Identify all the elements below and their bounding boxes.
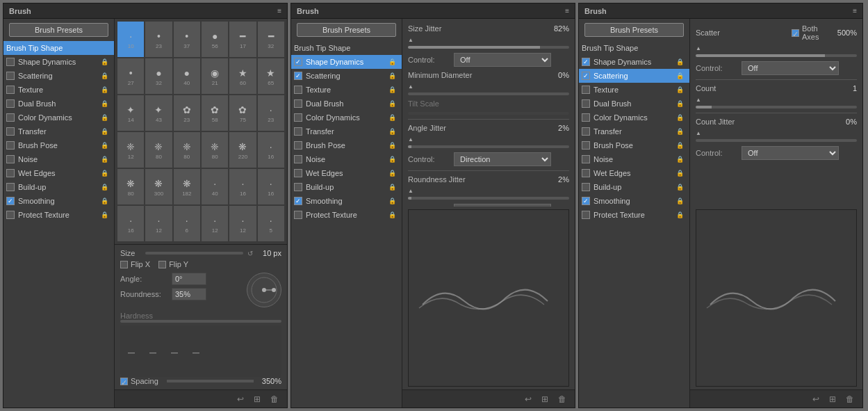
brush-cell-14[interactable]: ✿23	[174, 95, 200, 131]
flip-x-label[interactable]: Flip X	[120, 260, 150, 268]
p3-sidebar-item-shape-dynamics[interactable]: ✓ Shape Dynamics 🔒	[579, 55, 689, 69]
scatter-control-select[interactable]: Off Fade	[742, 61, 839, 75]
p2-sidebar-item-shape-dynamics[interactable]: ✓ Shape Dynamics 🔒	[291, 55, 402, 69]
p2-protect-texture-checkbox[interactable]	[294, 211, 302, 219]
p3-texture-checkbox[interactable]	[582, 86, 590, 94]
brush-cell-8[interactable]: ●40	[174, 58, 200, 94]
p2-noise-checkbox[interactable]	[294, 155, 302, 163]
size-jitter-slider[interactable]	[408, 46, 569, 49]
p3-dual-brush-checkbox[interactable]	[582, 99, 590, 108]
p2-scattering-checkbox[interactable]: ✓	[294, 72, 302, 80]
brush-cell-19[interactable]: ❈80	[145, 132, 172, 168]
brush-cell-17[interactable]: ·23	[258, 95, 284, 131]
brush-cell-22[interactable]: ❋220	[229, 132, 256, 168]
transfer-checkbox[interactable]	[6, 127, 15, 136]
smoothing-checkbox[interactable]: ✓	[6, 197, 15, 205]
count-jitter-slider[interactable]	[696, 139, 857, 142]
brush-cell-1[interactable]: •23	[145, 22, 172, 57]
angle-input[interactable]	[172, 273, 206, 285]
p3-noise-checkbox[interactable]	[582, 155, 590, 163]
p2-shape-dynamics-checkbox[interactable]: ✓	[294, 58, 302, 66]
panel2-menu-icon[interactable]: ≡	[565, 7, 569, 15]
sidebar-item-wet-edges[interactable]: Wet Edges 🔒	[3, 166, 114, 180]
p3-sidebar-item-dual-brush[interactable]: Dual Brush 🔒	[579, 97, 689, 111]
count-slider[interactable]	[696, 106, 857, 108]
p2-sidebar-item-buildup[interactable]: Build-up 🔒	[291, 180, 402, 194]
p2-sidebar-item-protect-texture[interactable]: Protect Texture 🔒	[291, 208, 402, 222]
brush-cell-33[interactable]: ·12	[202, 206, 228, 241]
p3-sidebar-item-protect-texture[interactable]: Protect Texture 🔒	[579, 208, 689, 222]
brush-cell-24[interactable]: ❋80	[117, 169, 144, 204]
brush-cell-7[interactable]: ●32	[145, 58, 172, 94]
panel2-presets-button[interactable]: Brush Presets	[297, 23, 396, 37]
sidebar-item-shape-dynamics[interactable]: Shape Dynamics 🔒	[3, 55, 114, 69]
p2-sidebar-item-color-dynamics[interactable]: Color Dynamics 🔒	[291, 111, 402, 124]
p2-sidebar-item-noise[interactable]: Noise 🔒	[291, 152, 402, 166]
p3-sidebar-item-texture[interactable]: Texture 🔒	[579, 83, 689, 97]
count-jitter-control-select[interactable]: Off Fade	[742, 146, 839, 160]
p3-sidebar-item-brush-tip-shape[interactable]: Brush Tip Shape	[579, 41, 689, 55]
size-slider[interactable]	[145, 252, 243, 255]
panel1-toolbar-btn3[interactable]: 🗑	[268, 393, 281, 405]
p3-sidebar-item-transfer[interactable]: Transfer 🔒	[579, 124, 689, 138]
color-dynamics-checkbox[interactable]	[6, 113, 15, 122]
brush-cell-34[interactable]: ·12	[229, 206, 256, 241]
p2-sidebar-item-transfer[interactable]: Transfer 🔒	[291, 124, 402, 138]
p2-sidebar-item-dual-brush[interactable]: Dual Brush 🔒	[291, 97, 402, 111]
brush-cell-0[interactable]: ·10	[117, 22, 144, 57]
roundness-jitter-control-select[interactable]: Off Fade	[454, 204, 551, 207]
p3-transfer-checkbox[interactable]	[582, 127, 590, 136]
noise-checkbox[interactable]	[6, 155, 15, 163]
spacing-label-check[interactable]: ✓ Spacing	[120, 377, 158, 385]
roundness-input[interactable]	[172, 288, 206, 300]
p3-color-dynamics-checkbox[interactable]	[582, 113, 590, 122]
p2-brush-pose-checkbox[interactable]	[294, 141, 302, 150]
brush-cell-30[interactable]: ·16	[117, 206, 144, 241]
brush-cell-4[interactable]: ━17	[229, 22, 256, 57]
p3-smoothing-checkbox[interactable]: ✓	[582, 197, 590, 205]
p3-protect-texture-checkbox[interactable]	[582, 211, 590, 219]
size-jitter-control-select[interactable]: Off Fade Pen Pressure Pen Tilt	[454, 53, 551, 67]
sidebar-item-texture[interactable]: Texture 🔒	[3, 83, 114, 97]
p3-buildup-checkbox[interactable]	[582, 183, 590, 191]
p3-sidebar-item-scattering[interactable]: ✓ Scattering 🔒	[579, 69, 689, 83]
min-diameter-slider[interactable]	[408, 92, 569, 95]
sidebar-item-brush-tip-shape[interactable]: Brush Tip Shape	[3, 41, 114, 55]
buildup-checkbox[interactable]	[6, 183, 15, 191]
p2-sidebar-item-scattering[interactable]: ✓ Scattering 🔒	[291, 69, 402, 83]
brush-cell-6[interactable]: •27	[117, 58, 144, 94]
hardness-slider[interactable]	[120, 320, 281, 323]
scattering-checkbox[interactable]	[6, 72, 15, 80]
both-axes-label[interactable]: ✓ Both Axes	[792, 24, 832, 41]
p2-color-dynamics-checkbox[interactable]	[294, 113, 302, 122]
reset-icon[interactable]: ↺	[247, 250, 253, 257]
sidebar-item-noise[interactable]: Noise 🔒	[3, 152, 114, 166]
p3-scattering-checkbox[interactable]: ✓	[582, 72, 590, 80]
angle-jitter-slider[interactable]	[408, 145, 569, 148]
panel3-toolbar-btn3[interactable]: 🗑	[843, 393, 857, 405]
p2-smoothing-checkbox[interactable]: ✓	[294, 197, 302, 205]
panel1-menu-icon[interactable]: ≡	[277, 7, 281, 15]
scatter-slider[interactable]	[696, 54, 857, 57]
brush-cell-20[interactable]: ❈80	[174, 132, 200, 168]
panel3-menu-icon[interactable]: ≡	[853, 7, 857, 15]
flip-x-checkbox[interactable]	[120, 261, 128, 268]
p3-shape-dynamics-checkbox[interactable]: ✓	[582, 58, 590, 66]
dual-brush-checkbox[interactable]	[6, 99, 15, 108]
panel2-toolbar-btn1[interactable]: ↩	[522, 393, 534, 405]
brush-cell-10[interactable]: ★60	[229, 58, 256, 94]
p2-texture-checkbox[interactable]	[294, 86, 302, 94]
flip-y-checkbox[interactable]	[158, 261, 166, 268]
sidebar-item-dual-brush[interactable]: Dual Brush 🔒	[3, 97, 114, 111]
panel1-presets-button[interactable]: Brush Presets	[9, 23, 108, 37]
roundness-jitter-slider[interactable]	[408, 197, 569, 200]
brush-cell-28[interactable]: ·16	[229, 169, 256, 204]
sidebar-item-smoothing[interactable]: ✓ Smoothing 🔒	[3, 194, 114, 208]
sidebar-item-buildup[interactable]: Build-up 🔒	[3, 180, 114, 194]
shape-dynamics-checkbox[interactable]	[6, 58, 15, 66]
brush-cell-32[interactable]: ·6	[174, 206, 200, 241]
p3-wet-edges-checkbox[interactable]	[582, 169, 590, 177]
panel2-toolbar-btn3[interactable]: 🗑	[555, 393, 569, 405]
flip-y-label[interactable]: Flip Y	[158, 260, 188, 268]
brush-cell-3[interactable]: ●56	[202, 22, 228, 57]
